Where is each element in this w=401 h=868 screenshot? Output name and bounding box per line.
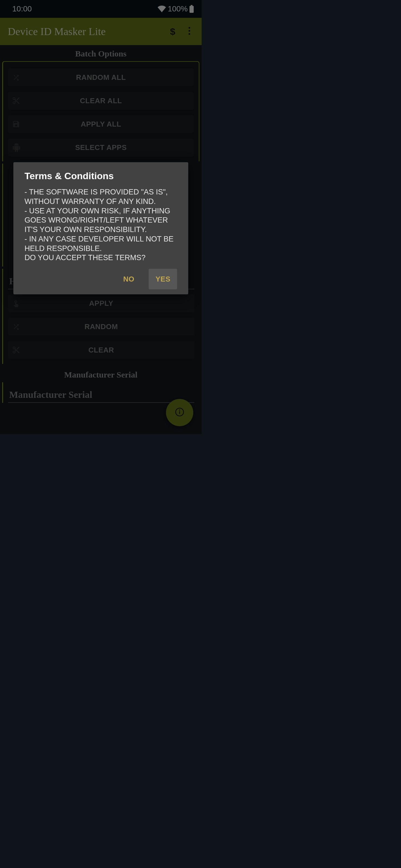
dialog-yes-button[interactable]: YES <box>149 269 177 289</box>
dialog-body: - THE SOFTWARE IS PROVIDED "AS IS", WITH… <box>25 187 177 262</box>
dialog-actions: NO YES <box>25 269 177 289</box>
dialog-title: Terms & Conditions <box>25 170 177 181</box>
terms-dialog: Terms & Conditions - THE SOFTWARE IS PRO… <box>13 162 188 294</box>
dialog-no-button[interactable]: NO <box>116 269 141 289</box>
screen: 10:00 100% Device ID Masker Lite $ Batch… <box>0 0 202 434</box>
